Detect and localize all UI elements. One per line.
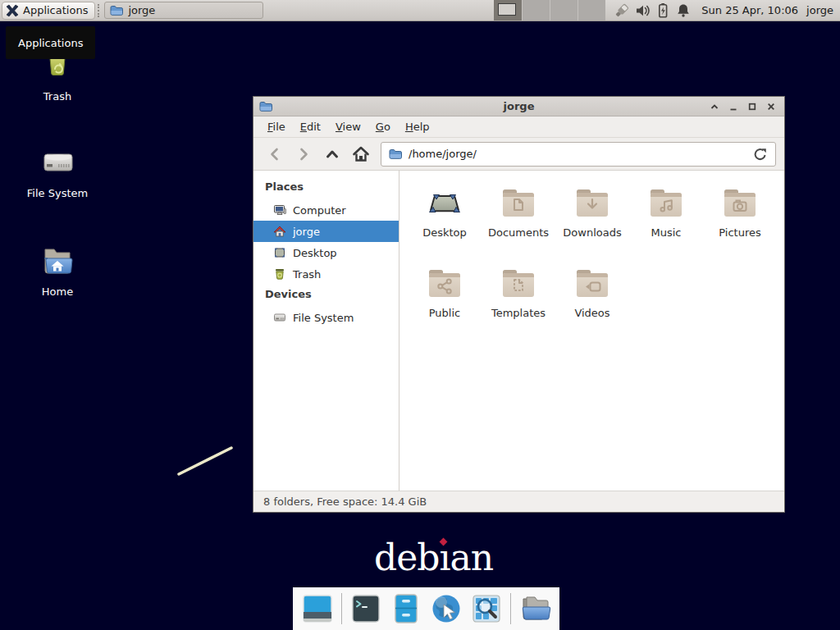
workspace-2[interactable] <box>522 0 550 21</box>
file-item-music[interactable]: Music <box>629 180 703 261</box>
sidebar-header-devices: Devices <box>253 285 399 307</box>
home-button[interactable] <box>348 143 374 166</box>
taskbar-window-button[interactable]: jorge <box>104 2 263 19</box>
maximize-button[interactable] <box>746 100 759 113</box>
music-folder-icon <box>646 184 686 223</box>
username[interactable]: jorge <box>806 4 833 16</box>
desktop-icon-file-system[interactable]: File System <box>18 138 97 199</box>
dock-separator <box>341 593 342 624</box>
shade-button[interactable] <box>708 100 721 113</box>
trash-icon <box>273 267 286 281</box>
debian-wordmark: debıan <box>374 540 493 576</box>
sidebar-item-file-system[interactable]: File System <box>253 307 399 328</box>
drive-icon <box>38 143 77 182</box>
folder-icon[interactable] <box>518 592 551 625</box>
workspace-3[interactable] <box>550 0 578 21</box>
desktop-icon-label: Trash <box>18 90 97 103</box>
status-text: 8 folders, Free space: 14.4 GiB <box>263 495 427 508</box>
workspace-1[interactable] <box>494 0 522 21</box>
drive-icon <box>273 311 286 324</box>
window-titlebar[interactable]: jorge <box>253 97 784 116</box>
show-desktop-icon[interactable] <box>301 592 334 625</box>
file-item-label: Videos <box>555 307 629 319</box>
file-item-desktop[interactable]: Desktop <box>408 180 482 261</box>
file-item-label: Documents <box>482 226 555 239</box>
computer-icon <box>273 203 286 217</box>
input-tool-icon[interactable] <box>614 2 630 19</box>
applications-menu-button[interactable]: Applications <box>2 2 95 20</box>
sidebar-header-places: Places <box>253 177 399 199</box>
file-item-label: Downloads <box>555 226 629 239</box>
file-item-downloads[interactable]: Downloads <box>555 180 629 261</box>
close-button[interactable] <box>765 100 778 113</box>
reload-icon[interactable] <box>753 147 768 162</box>
sidebar-item-label: Trash <box>293 268 321 281</box>
menu-view[interactable]: View <box>328 118 368 135</box>
workspace-window-thumb <box>498 3 516 16</box>
minimize-button[interactable] <box>727 100 740 113</box>
web-browser-icon[interactable] <box>430 592 463 625</box>
file-item-templates[interactable]: Templates <box>482 261 555 341</box>
file-item-pictures[interactable]: Pictures <box>703 180 777 261</box>
applications-tooltip: Applications <box>6 26 95 59</box>
battery-charging-icon[interactable] <box>655 2 671 19</box>
file-item-label: Public <box>408 307 482 319</box>
up-button[interactable] <box>319 143 345 166</box>
menubar: File Edit View Go Help <box>253 116 784 138</box>
file-item-videos[interactable]: Videos <box>555 261 629 341</box>
sidebar-item-label: jorge <box>293 226 320 238</box>
sidebar-item-trash[interactable]: Trash <box>253 263 399 285</box>
back-button[interactable] <box>262 143 288 166</box>
path-bar[interactable]: /home/jorge/ <box>381 142 776 167</box>
sidebar-item-label: Computer <box>293 204 346 217</box>
file-manager-window: jorge File Edit View Go Help <box>253 96 785 513</box>
system-tray <box>614 2 692 19</box>
workspace-switcher <box>494 0 605 21</box>
applications-menu-label: Applications <box>23 4 88 16</box>
file-item-label: Music <box>629 226 703 239</box>
file-manager-icon[interactable] <box>390 592 422 625</box>
sidebar-item-label: File System <box>293 312 354 324</box>
sidebar-item-label: Desktop <box>293 247 337 259</box>
videos-folder-icon <box>573 264 612 304</box>
public-folder-icon <box>425 264 464 304</box>
desktop-icon-home[interactable]: Home <box>18 236 97 298</box>
file-item-public[interactable]: Public <box>408 261 482 341</box>
taskbar-folder-icon <box>110 4 123 17</box>
sidebar-item-computer[interactable]: Computer <box>253 199 399 221</box>
desktop-icon <box>273 246 286 259</box>
terminal-icon[interactable] <box>349 592 382 625</box>
menu-edit[interactable]: Edit <box>293 118 328 135</box>
toolbar: /home/jorge/ <box>253 138 784 171</box>
status-bar: 8 folders, Free space: 14.4 GiB <box>253 491 784 512</box>
path-value[interactable]: /home/jorge/ <box>409 148 477 160</box>
sidebar-item-desktop[interactable]: Desktop <box>253 242 399 263</box>
file-view[interactable]: Desktop Documents <box>399 171 784 491</box>
sidebar-item-jorge[interactable]: jorge <box>253 221 399 242</box>
volume-icon[interactable] <box>634 2 651 19</box>
documents-folder-icon <box>499 184 538 223</box>
menu-go[interactable]: Go <box>368 118 398 135</box>
pictures-folder-icon <box>720 184 760 223</box>
home-folder-icon <box>38 241 77 281</box>
menu-file[interactable]: File <box>260 118 293 135</box>
tooltip-text: Applications <box>18 37 83 49</box>
file-item-label: Pictures <box>703 226 777 239</box>
top-panel: Applications jorge <box>0 0 840 21</box>
dock-separator <box>510 593 511 624</box>
taskbar-window-label: jorge <box>128 4 155 16</box>
downloads-folder-icon <box>573 184 612 223</box>
notifications-bell-icon[interactable] <box>675 2 692 19</box>
app-finder-icon[interactable] <box>470 592 503 625</box>
desktop-icon-label: File System <box>18 187 97 199</box>
workspace-4[interactable] <box>578 0 605 21</box>
clock[interactable]: Sun 25 Apr, 10:06 <box>701 4 798 16</box>
file-item-label: Desktop <box>408 226 482 239</box>
home-icon <box>273 225 286 238</box>
file-item-label: Templates <box>482 307 555 319</box>
file-item-documents[interactable]: Documents <box>482 180 555 261</box>
forward-button[interactable] <box>290 143 317 166</box>
menu-help[interactable]: Help <box>398 118 437 135</box>
window-folder-icon <box>259 100 272 113</box>
templates-folder-icon <box>499 264 538 304</box>
